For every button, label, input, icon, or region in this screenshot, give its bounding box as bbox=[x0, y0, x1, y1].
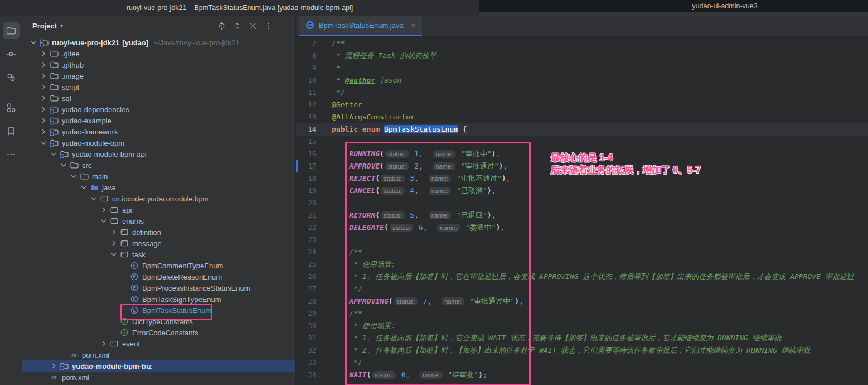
locate-file-button[interactable] bbox=[217, 21, 226, 31]
line-number[interactable]: 29 bbox=[296, 307, 316, 320]
chevron-right-icon[interactable] bbox=[98, 339, 109, 348]
chevron-right-icon[interactable] bbox=[38, 83, 49, 92]
line-number[interactable]: 18 bbox=[296, 172, 316, 185]
line-number[interactable]: 9 bbox=[296, 62, 316, 74]
line-number[interactable]: 12 bbox=[296, 99, 316, 111]
chevron-down-icon[interactable] bbox=[108, 250, 119, 259]
line-number[interactable]: 34 bbox=[296, 369, 316, 381]
tree-item-sql[interactable]: sql bbox=[22, 93, 295, 104]
tree-item-bpmprocessinstancestatusenum[interactable]: EBpmProcessInstanceStatusEnum bbox=[22, 282, 295, 293]
line-number[interactable]: 16 bbox=[296, 148, 316, 160]
code-lines: 7/**8 * 流程任务 Task 的状态枚举9 *10 * @author j… bbox=[296, 37, 868, 381]
tree-item-errorcodeconstants[interactable]: IErrorCodeConstants bbox=[22, 327, 295, 338]
tree-item-src[interactable]: src bbox=[22, 160, 295, 171]
chevron-down-icon[interactable] bbox=[28, 38, 39, 47]
editor-tab-active[interactable]: E BpmTaskStatusEnum.java × bbox=[299, 16, 422, 36]
line-number[interactable]: 11 bbox=[296, 86, 316, 99]
tree-item-task[interactable]: task bbox=[22, 249, 295, 260]
tree-item-yudao-framework[interactable]: yudao-framework bbox=[22, 126, 295, 137]
chevron-down-icon[interactable] bbox=[78, 183, 89, 192]
line-number[interactable]: 32 bbox=[296, 344, 316, 357]
line-number[interactable]: 20 bbox=[296, 197, 316, 209]
line-number[interactable]: 30 bbox=[296, 320, 316, 332]
tree-item-enums[interactable]: enums bbox=[22, 215, 295, 227]
chevron-right-icon[interactable] bbox=[48, 362, 59, 370]
chevron-right-icon[interactable] bbox=[38, 71, 49, 80]
more-options-button[interactable] bbox=[264, 21, 273, 31]
tree-item-bpmcommenttypeenum[interactable]: EBpmCommentTypeEnum bbox=[22, 260, 295, 271]
line-number[interactable]: 15 bbox=[296, 136, 316, 148]
line-number[interactable]: 10 bbox=[296, 74, 316, 86]
tree-item-.image[interactable]: .image bbox=[22, 70, 295, 81]
line-number[interactable]: 8 bbox=[296, 50, 316, 62]
line-number[interactable]: 14 bbox=[296, 123, 316, 136]
code-line-text bbox=[316, 235, 332, 244]
tree-item-pom.xml[interactable]: mpom.xml bbox=[22, 372, 295, 383]
hide-panel-button[interactable] bbox=[279, 21, 289, 31]
tree-item-event[interactable]: event bbox=[22, 338, 295, 349]
tree-item-.github[interactable]: .github bbox=[22, 59, 295, 70]
chevron-right-icon[interactable] bbox=[38, 94, 49, 103]
line-number[interactable]: 21 bbox=[296, 209, 316, 222]
chevron-spacer bbox=[108, 317, 119, 326]
activity-bar-item-structure[interactable] bbox=[3, 99, 20, 116]
code-editor[interactable]: 7/**8 * 流程任务 Task 的状态枚举9 *10 * @author j… bbox=[296, 36, 868, 385]
tree-item-yudao-module-bpm[interactable]: yudao-module-bpm bbox=[22, 137, 295, 148]
line-number[interactable]: 26 bbox=[296, 271, 316, 283]
activity-bar-item-pull-requests[interactable]: ? bbox=[3, 69, 20, 86]
line-number[interactable]: 19 bbox=[296, 185, 316, 197]
chevron-right-icon[interactable] bbox=[38, 105, 49, 114]
activity-bar-item-project[interactable] bbox=[3, 22, 20, 39]
close-icon[interactable]: × bbox=[411, 22, 416, 29]
chevron-right-icon[interactable] bbox=[98, 205, 109, 214]
chevron-down-icon[interactable] bbox=[48, 150, 59, 158]
activity-bar-item-more-tools[interactable] bbox=[3, 146, 20, 163]
chevron-down-icon[interactable] bbox=[98, 216, 109, 225]
code-line-text: DELEGATE(status: 6, name: "委派中"), bbox=[316, 223, 505, 232]
line-number[interactable]: 17 bbox=[296, 160, 316, 172]
tree-item-pom.xml[interactable]: mpom.xml bbox=[22, 349, 295, 360]
chevron-right-icon[interactable] bbox=[38, 116, 49, 125]
line-number[interactable]: 24 bbox=[296, 246, 316, 258]
line-number[interactable]: 23 bbox=[296, 234, 316, 246]
chevron-down-icon[interactable] bbox=[38, 138, 49, 147]
project-panel-title[interactable]: Project bbox=[32, 22, 57, 30]
tree-item-bpmdeletereasonenum[interactable]: EBpmDeleteReasonEnum bbox=[22, 271, 295, 282]
tree-item-main[interactable]: main bbox=[22, 171, 295, 182]
chevron-down-icon[interactable] bbox=[68, 172, 79, 181]
line-number[interactable]: 31 bbox=[296, 332, 316, 344]
tree-item-yudao-module-bpm-biz[interactable]: yudao-module-bpm-biz bbox=[22, 360, 295, 372]
chevron-down-icon[interactable] bbox=[58, 161, 69, 170]
tree-item-yudao-dependencies[interactable]: yudao-dependencies bbox=[22, 104, 295, 115]
chevron-down-icon[interactable] bbox=[88, 194, 99, 203]
tree-item-ruoyi-vue-pro-jdk21[interactable]: ruoyi-vue-pro-jdk21[yudao]~/Java/ruoyi-v… bbox=[22, 37, 295, 48]
activity-bar-item-commit[interactable] bbox=[3, 46, 20, 62]
tree-item-dicttypeconstants[interactable]: IDictTypeConstants bbox=[22, 316, 295, 327]
chevron-right-icon[interactable] bbox=[108, 228, 119, 237]
tree-item-script[interactable]: script bbox=[22, 81, 295, 93]
chevron-right-icon[interactable] bbox=[108, 239, 119, 248]
line-number[interactable]: 33 bbox=[296, 357, 316, 369]
tree-item-java[interactable]: java bbox=[22, 182, 295, 193]
tree-item-.gitee[interactable]: .gitee bbox=[22, 48, 295, 59]
chevron-right-icon[interactable] bbox=[38, 60, 49, 69]
tree-item-bpmtasksigntypeenum[interactable]: EBpmTaskSignTypeEnum bbox=[22, 293, 295, 305]
tree-item-api[interactable]: api bbox=[22, 204, 295, 215]
line-number[interactable]: 22 bbox=[296, 222, 316, 234]
tree-item-yudao-module-bpm-api[interactable]: yudao-module-bpm-api bbox=[22, 148, 295, 160]
line-number[interactable]: 27 bbox=[296, 283, 316, 295]
expand-all-button[interactable] bbox=[232, 21, 242, 31]
collapse-all-button[interactable] bbox=[248, 21, 258, 31]
line-number[interactable]: 13 bbox=[296, 111, 316, 123]
tree-item-yudao-example[interactable]: yudao-example bbox=[22, 115, 295, 126]
tree-item-cn.iocoder.yudao.module.bpm[interactable]: cn.iocoder.yudao.module.bpm bbox=[22, 193, 295, 204]
activity-bar-item-bookmarks[interactable] bbox=[3, 123, 20, 139]
line-number[interactable]: 7 bbox=[296, 37, 316, 50]
line-number[interactable]: 25 bbox=[296, 258, 316, 271]
line-number[interactable]: 28 bbox=[296, 295, 316, 307]
chevron-right-icon[interactable] bbox=[38, 49, 49, 58]
tree-item-message[interactable]: message bbox=[22, 238, 295, 249]
chevron-right-icon[interactable] bbox=[38, 127, 49, 136]
tree-item-bpmtaskstatusenum[interactable]: EBpmTaskStatusEnum bbox=[22, 305, 295, 316]
tree-item-definition[interactable]: definition bbox=[22, 227, 295, 238]
